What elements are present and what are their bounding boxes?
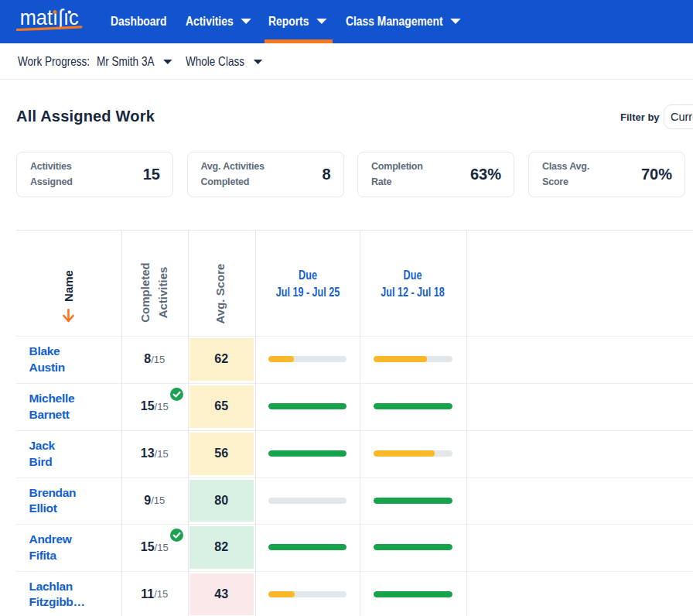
svg-text:matı∫ıc: matı∫ıc bbox=[20, 5, 79, 29]
